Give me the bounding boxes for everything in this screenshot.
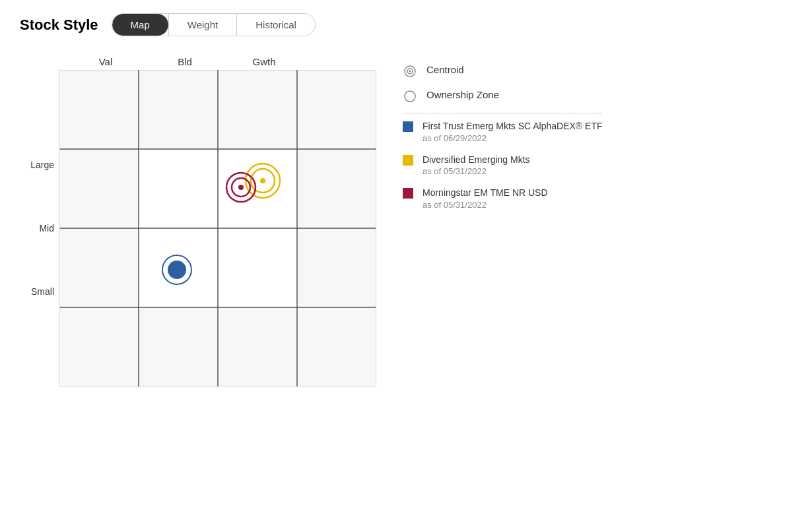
ownership-zone-label: Ownership Zone <box>426 88 499 102</box>
legend-fund-row-1: Diversified Emerging Mkts as of 05/31/20… <box>403 154 602 177</box>
tab-weight[interactable]: Weight <box>168 14 236 36</box>
legend-fund-square-1 <box>403 155 413 166</box>
grid-svg <box>59 70 376 387</box>
ownership-zone-icon <box>403 89 417 106</box>
legend-fund-name-1: Diversified Emerging Mkts <box>423 154 530 167</box>
legend-fund-row-2: Morningstar EM TME NR USD as of 05/31/20… <box>403 187 602 210</box>
legend-fund-square-2 <box>403 188 413 199</box>
tab-map[interactable]: Map <box>112 14 168 36</box>
legend-fund-date-0: as of 06/29/2022 <box>423 133 602 143</box>
col-label-bld: Bld <box>145 56 224 67</box>
legend: Centroid Ownership Zone First Trust Emer… <box>403 56 602 220</box>
legend-fund-info-2: Morningstar EM TME NR USD as of 05/31/20… <box>423 187 548 210</box>
centroid-label: Centroid <box>426 63 464 77</box>
legend-fund-name-0: First Trust Emerg Mkts SC AlphaDEX® ETF <box>423 120 602 133</box>
row-label-large: Large <box>20 133 54 197</box>
row-labels: Large Mid Small <box>20 70 59 387</box>
svg-point-20 <box>260 178 265 183</box>
grid-container: Large Mid Small <box>20 70 376 387</box>
style-grid <box>59 70 376 387</box>
row-label-small: Small <box>20 260 54 323</box>
header: Stock Style Map Weight Historical <box>20 13 792 36</box>
centroid-icon <box>403 64 417 81</box>
legend-centroid-row: Centroid <box>403 63 602 81</box>
row-label-bottom <box>20 323 54 387</box>
row-label-mid: Mid <box>20 197 54 260</box>
col-label-gwth: Gwth <box>224 56 304 67</box>
svg-point-23 <box>238 185 244 190</box>
legend-fund-square-0 <box>403 121 413 132</box>
svg-point-17 <box>168 261 186 279</box>
legend-fund-info-0: First Trust Emerg Mkts SC AlphaDEX® ETF … <box>423 120 602 143</box>
col-label-val: Val <box>66 56 145 67</box>
legend-fund-date-1: as of 05/31/2022 <box>423 166 530 176</box>
col-labels: Val Bld Gwth <box>66 56 376 67</box>
legend-fund-info-1: Diversified Emerging Mkts as of 05/31/20… <box>423 154 530 177</box>
legend-fund-name-2: Morningstar EM TME NR USD <box>423 187 548 200</box>
page-title: Stock Style <box>20 16 98 34</box>
chart-area: Val Bld Gwth Large Mid Small <box>20 56 376 387</box>
tab-historical[interactable]: Historical <box>236 14 315 36</box>
legend-fund-date-2: as of 05/31/2022 <box>423 200 548 210</box>
legend-divider <box>403 113 602 113</box>
legend-ownership-row: Ownership Zone <box>403 88 602 106</box>
tab-group: Map Weight Historical <box>112 13 316 36</box>
main-content: Val Bld Gwth Large Mid Small <box>20 56 792 387</box>
row-label-top <box>20 70 54 133</box>
svg-point-27 <box>405 91 415 102</box>
legend-fund-row-0: First Trust Emerg Mkts SC AlphaDEX® ETF … <box>403 120 602 143</box>
svg-point-26 <box>409 71 411 73</box>
